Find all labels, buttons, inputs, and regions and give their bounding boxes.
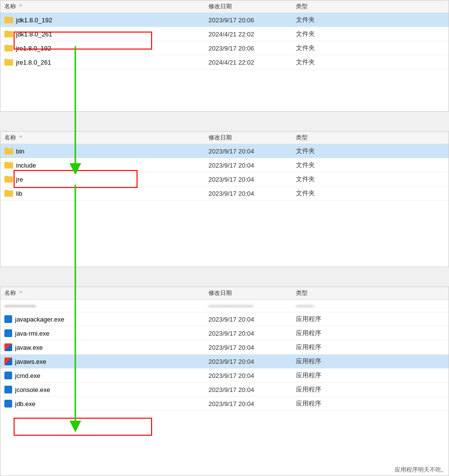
file-type-javapackager: 应用程序 bbox=[296, 315, 445, 323]
file-name-jdk261: jdk1.8.0_261 bbox=[4, 31, 208, 38]
file-row-javarmi[interactable]: java-rmi.exe2023/9/17 20:04应用程序 bbox=[0, 326, 449, 340]
file-name-text-javaw: javaw.exe bbox=[15, 344, 43, 351]
file-date-jconsole: 2023/9/17 20:04 bbox=[208, 386, 296, 393]
file-name-jre: jre bbox=[4, 176, 208, 183]
folder-icon-bin bbox=[4, 148, 13, 154]
file-name-text-jcmd: jcmd.exe bbox=[15, 372, 40, 379]
file-type-blurred: ──── bbox=[296, 302, 445, 309]
file-row-javaw[interactable]: javaw.exe2023/9/17 20:04应用程序 bbox=[0, 340, 449, 355]
file-date-bin: 2023/9/17 20:04 bbox=[208, 148, 296, 155]
file-name-text-jdb: jdb.exe bbox=[15, 400, 35, 408]
file-type-javaws: 应用程序 bbox=[296, 357, 445, 366]
file-type-jcmd: 应用程序 bbox=[296, 371, 445, 380]
file-date-javaw: 2023/9/17 20:04 bbox=[208, 344, 296, 351]
file-type-jre261: 文件夹 bbox=[296, 58, 445, 67]
col-type-header3[interactable]: 类型 bbox=[296, 289, 445, 297]
file-name-jconsole: jconsole.exe bbox=[4, 386, 208, 393]
file-row-javaws[interactable]: javaws.exe2023/9/17 20:04应用程序 bbox=[0, 355, 449, 369]
file-row-lib[interactable]: lib2023/9/17 20:04文件夹 bbox=[0, 187, 449, 201]
file-name-text-javarmi: java-rmi.exe bbox=[15, 330, 50, 337]
panel1-file-list: jdk1.8.0_1922023/9/17 20:06文件夹jdk1.8.0_2… bbox=[0, 13, 449, 69]
file-name-text-jre: jre bbox=[16, 176, 23, 183]
exe-icon-javaw bbox=[4, 343, 12, 351]
panel2-file-list: bin2023/9/17 20:04文件夹include2023/9/17 20… bbox=[0, 144, 449, 201]
file-row-bin[interactable]: bin2023/9/17 20:04文件夹 bbox=[0, 144, 449, 158]
file-name-text-javapackager: javapackager.exe bbox=[15, 316, 64, 323]
col-name-header2[interactable]: 名称 ^ bbox=[4, 134, 208, 142]
col-date-header3[interactable]: 修改日期 bbox=[208, 289, 296, 297]
exe-icon-javapackager bbox=[4, 315, 12, 323]
file-type-javaw: 应用程序 bbox=[296, 343, 445, 352]
file-row-jre[interactable]: jre2023/9/17 20:04文件夹 bbox=[0, 172, 449, 187]
file-type-jre: 文件夹 bbox=[296, 175, 445, 184]
file-date-jdb: 2023/9/17 20:04 bbox=[208, 400, 296, 408]
exe-icon-jdb bbox=[4, 400, 12, 408]
file-type-jre192: 文件夹 bbox=[296, 44, 445, 52]
panel-jdk-list: 名称 ^ 修改日期 类型 jdk1.8.0_1922023/9/17 20:06… bbox=[0, 0, 449, 112]
file-row-blurred[interactable]: ───────────────────── bbox=[0, 300, 449, 312]
file-name-javaws: javaws.exe bbox=[4, 357, 208, 365]
folder-icon-lib bbox=[4, 190, 13, 197]
file-row-jdk192[interactable]: jdk1.8.0_1922023/9/17 20:06文件夹 bbox=[0, 13, 449, 27]
file-name-blurred: ─────── bbox=[4, 302, 208, 309]
file-type-include: 文件夹 bbox=[296, 161, 445, 170]
watermark: 应用程序明天不吃。 bbox=[395, 466, 447, 474]
file-row-jdb[interactable]: jdb.exe2023/9/17 20:04应用程序 bbox=[0, 397, 449, 411]
exe-icon-javarmi bbox=[4, 329, 12, 337]
file-name-text-bin: bin bbox=[16, 148, 24, 155]
col-type-header1[interactable]: 类型 bbox=[296, 2, 445, 11]
file-type-jconsole: 应用程序 bbox=[296, 385, 445, 394]
col-type-header2[interactable]: 类型 bbox=[296, 134, 445, 142]
folder-icon-jdk261 bbox=[4, 31, 13, 37]
file-name-jre192: jre1.8.0_192 bbox=[4, 45, 208, 52]
file-name-javapackager: javapackager.exe bbox=[4, 315, 208, 323]
file-name-jcmd: jcmd.exe bbox=[4, 372, 208, 379]
panel3-header: 名称 ^ 修改日期 类型 bbox=[0, 287, 449, 300]
file-name-jdb: jdb.exe bbox=[4, 400, 208, 408]
file-name-include: include bbox=[4, 162, 208, 169]
panel3-file-list: ─────────────────────javapackager.exe202… bbox=[0, 300, 449, 411]
folder-icon-jre261 bbox=[4, 59, 13, 66]
exe-icon-jconsole bbox=[4, 386, 12, 393]
file-name-text-include: include bbox=[16, 162, 36, 169]
exe-icon-jcmd bbox=[4, 372, 12, 379]
file-type-jdk261: 文件夹 bbox=[296, 30, 445, 38]
file-name-javaw: javaw.exe bbox=[4, 343, 208, 351]
file-row-jdk261[interactable]: jdk1.8.0_2612024/4/21 22:02文件夹 bbox=[0, 27, 449, 41]
file-date-jcmd: 2023/9/17 20:04 bbox=[208, 372, 296, 379]
file-date-javaws: 2023/9/17 20:04 bbox=[208, 358, 296, 365]
file-name-javarmi: java-rmi.exe bbox=[4, 329, 208, 337]
file-date-jdk192: 2023/9/17 20:06 bbox=[208, 17, 296, 24]
exe-icon-javaws bbox=[4, 357, 12, 365]
panel-bin-contents: 名称 ^ 修改日期 类型 ─────────────────────javapa… bbox=[0, 287, 449, 476]
file-date-blurred: ────────── bbox=[208, 302, 296, 309]
col-name-header1[interactable]: 名称 ^ bbox=[4, 2, 208, 11]
file-name-bin: bin bbox=[4, 148, 208, 155]
file-name-text-jre261: jre1.8.0_261 bbox=[16, 59, 51, 66]
file-name-text-jconsole: jconsole.exe bbox=[15, 386, 50, 393]
col-date-header1[interactable]: 修改日期 bbox=[208, 2, 296, 11]
col-name-header3[interactable]: 名称 ^ bbox=[4, 289, 208, 297]
file-name-text-jdk261: jdk1.8.0_261 bbox=[16, 31, 52, 38]
file-date-javarmi: 2023/9/17 20:04 bbox=[208, 330, 296, 337]
file-row-jcmd[interactable]: jcmd.exe2023/9/17 20:04应用程序 bbox=[0, 369, 449, 383]
file-row-jre261[interactable]: jre1.8.0_2612024/4/21 22:02文件夹 bbox=[0, 55, 449, 69]
file-type-jdk192: 文件夹 bbox=[296, 16, 445, 24]
file-row-javapackager[interactable]: javapackager.exe2023/9/17 20:04应用程序 bbox=[0, 312, 449, 326]
file-row-jconsole[interactable]: jconsole.exe2023/9/17 20:04应用程序 bbox=[0, 383, 449, 397]
file-row-include[interactable]: include2023/9/17 20:04文件夹 bbox=[0, 158, 449, 172]
file-type-jdb: 应用程序 bbox=[296, 399, 445, 408]
file-name-text-jdk192: jdk1.8.0_192 bbox=[16, 17, 52, 24]
file-name-text-lib: lib bbox=[16, 190, 22, 197]
file-row-jre192[interactable]: jre1.8.0_1922023/9/17 20:06文件夹 bbox=[0, 41, 449, 55]
file-date-jre192: 2023/9/17 20:06 bbox=[208, 45, 296, 52]
col-date-header2[interactable]: 修改日期 bbox=[208, 134, 296, 142]
file-name-lib: lib bbox=[4, 190, 208, 197]
file-date-jre: 2023/9/17 20:04 bbox=[208, 176, 296, 183]
file-name-jdk192: jdk1.8.0_192 bbox=[4, 17, 208, 24]
file-date-javapackager: 2023/9/17 20:04 bbox=[208, 316, 296, 323]
file-type-javarmi: 应用程序 bbox=[296, 329, 445, 338]
file-name-text-javaws: javaws.exe bbox=[15, 358, 46, 365]
file-name-jre261: jre1.8.0_261 bbox=[4, 59, 208, 66]
panel-jdk192-contents: 名称 ^ 修改日期 类型 bin2023/9/17 20:04文件夹includ… bbox=[0, 131, 449, 267]
